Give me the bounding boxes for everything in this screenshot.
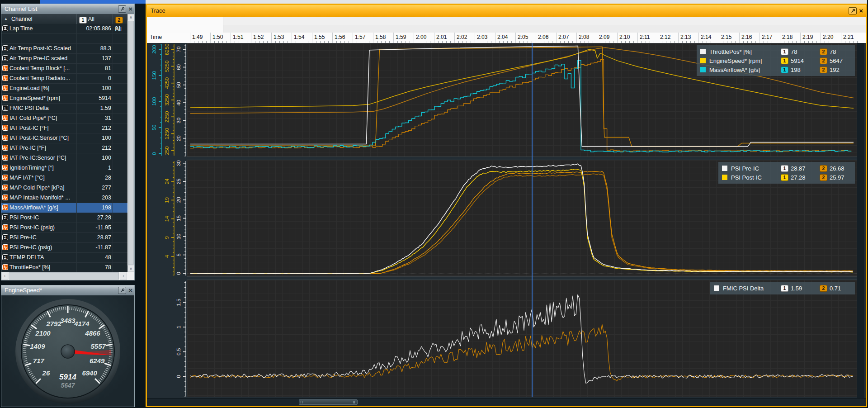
channel-value-1: 100 — [76, 153, 111, 163]
svg-text:0: 0 — [151, 152, 157, 155]
channel-name: Lap Time — [2, 24, 76, 33]
ruler-tick — [739, 33, 740, 43]
panel-options-icon[interactable] — [118, 287, 126, 294]
ruler-tick — [495, 33, 495, 43]
time-cursor-line[interactable] — [532, 43, 533, 397]
trace-toolbar-row1[interactable] — [147, 17, 866, 25]
channel-list-titlebar[interactable]: Channel List × — [1, 4, 134, 14]
scroll-left-icon[interactable]: ‹ — [1, 272, 8, 280]
plot-area-1[interactable]: ThrottlePos* [%]178278EngineSpeed* [rpm]… — [187, 43, 857, 157]
ruler-tick — [760, 33, 760, 43]
channel-value-2 — [113, 243, 127, 252]
channel-row[interactable]: Coolant Temp Radiato...0 — [1, 74, 127, 84]
trace-hscrollbar[interactable] — [147, 398, 866, 406]
gauge-titlebar[interactable]: EngineSpeed* × — [1, 285, 134, 295]
legend-row: MassAirflowA* [g/s]11982192 — [700, 65, 851, 74]
toolbar-left-block — [147, 17, 223, 25]
scroll-right-icon[interactable]: › — [120, 272, 127, 280]
trace-titlebar[interactable]: Trace × — [147, 5, 866, 17]
channel-row[interactable]: Lap Time02:05.88601 — [1, 24, 127, 34]
ruler-tick-label: 2:12 — [660, 34, 670, 40]
svg-text:Σ: Σ — [4, 215, 7, 220]
channel-row[interactable]: ΣPSI Post-IC27.28 — [1, 213, 127, 223]
svg-text:20: 20 — [176, 197, 181, 203]
plot-area-2[interactable]: PSI Pre-IC128.87226.68PSI Post-IC127.282… — [187, 160, 857, 277]
ruler-tick-label: 2:18 — [782, 34, 793, 40]
panel-options-icon[interactable] — [118, 5, 126, 13]
ruler-tick — [454, 33, 455, 43]
channel-row[interactable]: IgnitionTiming* [°]1 — [1, 163, 127, 173]
sort-asc-icon[interactable]: ▲ — [4, 14, 8, 24]
channel-row[interactable]: PSI Pre-IC (psig)-11.87 — [1, 243, 127, 253]
channel-row[interactable]: ΣFMIC PSI Delta1.59 — [1, 104, 127, 114]
close-icon[interactable]: × — [128, 287, 132, 294]
channel-value-2 — [113, 114, 127, 123]
group2-value: 5647 — [830, 57, 851, 64]
group2-badge: 2 — [820, 48, 827, 55]
trace-toolbar-row2[interactable] — [147, 25, 866, 33]
scroll-down-icon[interactable]: ∨ — [127, 266, 134, 272]
channel-list-header[interactable]: ▲ Channel 1 All 2 All — [1, 14, 134, 24]
column-header-all-1[interactable]: 1 All — [76, 14, 113, 24]
column-header-all-2[interactable]: 2 All — [113, 14, 127, 24]
ruler-tick-label: 2:15 — [721, 34, 731, 40]
plot-legend[interactable]: FMIC PSI Delta11.5920.71 — [710, 282, 855, 294]
channel-row[interactable]: EngineSpeed* [rpm]5914 — [1, 94, 127, 104]
svg-text:70: 70 — [176, 47, 181, 52]
plot-area-3[interactable]: FMIC PSI Delta11.5920.71 — [187, 280, 857, 397]
channel-list-hscrollbar[interactable]: ‹ › — [1, 272, 134, 280]
plot-legend[interactable]: PSI Pre-IC128.87226.68PSI Post-IC127.282… — [718, 162, 855, 184]
group1-value: 27.28 — [791, 174, 817, 181]
channel-row[interactable]: MAP Cold Pipe* [kPa]277 — [1, 183, 127, 193]
channel-value-2 — [113, 143, 127, 153]
channel-row[interactable]: IAT Pre-IC [°F]212 — [1, 143, 127, 153]
toolbar-left-block — [147, 25, 223, 33]
panel-options-icon[interactable] — [849, 7, 857, 14]
hscroll-thumb[interactable] — [9, 272, 119, 280]
scroll-up-icon[interactable]: ∧ — [127, 14, 134, 20]
group2-badge: 2 — [820, 57, 827, 64]
gauge-tick-label: 4174 — [74, 320, 90, 327]
close-icon[interactable]: × — [859, 8, 863, 14]
channel-name: ΣPSI Pre-IC — [2, 233, 76, 242]
channel-row[interactable]: ΣPSI Pre-IC28.87 — [1, 233, 127, 243]
svg-text:1: 1 — [176, 326, 181, 328]
column-header-channel[interactable]: Channel — [11, 14, 33, 24]
legend-row: PSI Post-IC127.28225.97 — [722, 173, 851, 182]
ruler-tick — [719, 33, 719, 43]
close-icon[interactable]: × — [128, 6, 132, 12]
channel-list-vscrollbar[interactable]: ∧ ∨ — [127, 14, 134, 272]
channel-value-1: 100 — [76, 133, 111, 143]
channel-name: Coolant Temp Radiato... — [2, 74, 76, 83]
channel-row[interactable]: IAT Post-IC:Sensor [°C]100 — [1, 133, 127, 143]
legend-label: MassAirflowA* [g/s] — [709, 66, 778, 73]
channel-row[interactable]: ΣAir Temp Pre-IC scaled137 — [1, 54, 127, 64]
channel-row[interactable]: ΣAir Temp Post-IC Scaled88.3 — [1, 44, 127, 54]
gauge-body: 2671714092100279234834174486655576249694… — [1, 295, 134, 407]
channel-row[interactable]: ΣTEMP DELTA48 — [1, 253, 127, 263]
channel-row[interactable]: MAP Intake Manifold* ...203 — [1, 193, 127, 203]
svg-text:Σ: Σ — [4, 105, 7, 110]
channel-row[interactable]: ThrottlePos* [%]78 — [1, 263, 127, 272]
channel-row[interactable]: IAT Pre-IC:Sensor [°C]100 — [1, 153, 127, 163]
channel-row[interactable]: IAT Post-IC [°F]212 — [1, 123, 127, 133]
channel-value-2 — [113, 213, 127, 223]
channel-row[interactable]: PSI Post-IC (psig)-11.95 — [1, 223, 127, 233]
channel-row[interactable]: EngineLoad [%]100 — [1, 84, 127, 94]
channel-row[interactable] — [1, 34, 127, 44]
vscroll-thumb[interactable] — [128, 21, 134, 265]
channel-row[interactable]: IAT Cold Pipe* [°C]31 — [1, 114, 127, 123]
channel-row[interactable]: MassAirflowA* [g/s]198 — [1, 203, 127, 213]
channel-name: IAT Post-IC [°F] — [2, 123, 76, 133]
channel-row[interactable]: Coolant Temp Block* [...81 — [1, 64, 127, 74]
plot-legend[interactable]: ThrottlePos* [%]178278EngineSpeed* [rpm]… — [697, 45, 855, 76]
channel-row[interactable]: MAF IAT* [°C]28 — [1, 173, 127, 183]
ruler-tick-label: 2:08 — [579, 34, 589, 40]
ruler-tick — [678, 33, 679, 43]
channel-value-2 — [113, 84, 127, 93]
trace-hscroll-thumb[interactable] — [299, 399, 358, 405]
time-ruler[interactable]: Time 1:491:501:511:521:531:541:551:561:5… — [147, 33, 866, 43]
ruler-tick — [231, 33, 231, 43]
series-swatch — [700, 67, 706, 72]
gauge-tick-label: 2792 — [46, 320, 61, 327]
